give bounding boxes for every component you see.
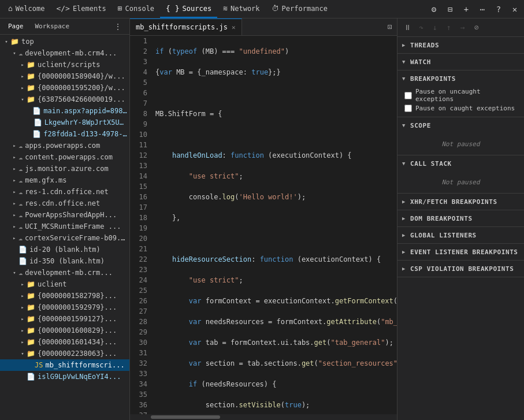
tree-item-id20[interactable]: ▸ 📄 id-20 (blank.htm) [0, 244, 129, 255]
tree-item-res1[interactable]: ▸ ☁ res-1.cdn.office.net [0, 186, 129, 198]
breakpoints-header[interactable]: ▼ Breakpoints [397, 70, 524, 87]
scope-header[interactable]: ▼ Scope [397, 117, 524, 133]
tree-label-res1: res-1.cdn.office.net [25, 188, 109, 196]
more-icon[interactable]: ⋯ [475, 2, 489, 16]
tree-item-powerapps[interactable]: ▸ ☁ PowerAppsSharedAppH... [0, 209, 129, 221]
file-icon-id20: 📄 [18, 246, 27, 254]
dom-title: DOM Breakpoints [410, 215, 473, 222]
tree-item-dev2[interactable]: ▾ ☁ development-mb.crm... [0, 267, 129, 278]
tree-arrow-content: ▸ [10, 153, 18, 161]
callstack-header[interactable]: ▼ Call Stack [397, 155, 524, 172]
code-content[interactable]: if (typeof (MB) === "undefined") {var MB… [151, 36, 397, 414]
code-tab-mbshift[interactable]: mb_shiftformscripts.js ✕ [130, 18, 242, 35]
tree-item-00001595[interactable]: ▸ 📁 {00000001595200}/w... [0, 82, 129, 94]
file-icon-islg9: 📄 [27, 373, 35, 381]
threads-header[interactable]: ▶ Threads [397, 37, 524, 53]
new-tab-icon[interactable]: + [459, 2, 473, 16]
network-icon: ≋ [223, 4, 228, 13]
threads-arrow: ▶ [402, 42, 410, 48]
sidebar-tab-workspace[interactable]: Workspace [32, 21, 73, 31]
step-over-button[interactable]: ↷ [415, 21, 428, 34]
tree-item-apps[interactable]: ▸ ☁ apps.powerapps.com [0, 140, 129, 151]
tree-item-00001582[interactable]: ▸ 📁 {00000001582798}... [0, 290, 129, 302]
tree-item-jsmonitor[interactable]: ▸ ☁ js.monitor.azure.com [0, 163, 129, 174]
tree-label-dev2: development-mb.crm... [25, 269, 113, 277]
tree-item-00001599[interactable]: ▸ 📁 {00000001599127}... [0, 313, 129, 325]
sidebar-more-icon[interactable]: ⋮ [111, 20, 125, 34]
tree-item-00002238[interactable]: ▾ 📁 {00000002238063}... [0, 348, 129, 359]
close-icon[interactable]: ✕ [508, 2, 522, 16]
event-header[interactable]: ▶ Event Listener Breakpoints [397, 244, 524, 260]
tree-label-uclient: uclient/scripts [38, 61, 100, 69]
code-editor[interactable]: 1 2 3 4 5 6 7 8 9 10 11 12 13 14 15 16 1… [130, 36, 397, 414]
tree-item-f28f[interactable]: ▸ 📄 f28fdda1-d133-4978-... [0, 128, 129, 140]
xhr-header[interactable]: ▶ XHR/fetch Breakpoints [397, 194, 524, 210]
pause-button[interactable]: ⏸ [401, 21, 414, 34]
tree-label-00001582: {00000001582798}... [38, 292, 117, 300]
pause-uncaught-checkbox[interactable] [404, 92, 412, 99]
horizontal-scrollbar[interactable] [130, 414, 397, 420]
code-tab-label: mb_shiftformscripts.js [136, 23, 228, 31]
tree-item-00001601[interactable]: ▸ 📁 {00000001601434}... [0, 336, 129, 348]
tree-label-rescdn: res.cdn.office.net [25, 199, 100, 207]
tree-item-uclient2[interactable]: ▸ 📁 uclient [0, 278, 129, 290]
step-into-button[interactable]: ↓ [429, 21, 441, 34]
right-panel-scroll[interactable]: ▶ Threads ▼ Watch ▼ Breakpoints [397, 37, 524, 420]
help-icon[interactable]: ? [492, 2, 506, 16]
tree-item-uclient[interactable]: ▸ 📁 uclient/scripts [0, 59, 129, 70]
global-header[interactable]: ▶ Global Listeners [397, 227, 524, 243]
tree-item-00001600[interactable]: ▸ 📁 {00000001600829}... [0, 325, 129, 336]
tree-item-cortex[interactable]: ▸ ☁ cortexServiceFrame-b09... [0, 232, 129, 244]
code-tab-bar: mb_shiftformscripts.js ✕ ⊡ [130, 18, 397, 36]
step-out-button[interactable]: ↑ [443, 21, 455, 34]
code-tab-close[interactable]: ✕ [232, 24, 236, 31]
tree-item-dev1[interactable]: ▾ ☁ development-mb.crm4... [0, 47, 129, 59]
tree-item-top[interactable]: ▾ 📁 top [0, 36, 129, 47]
sidebar-tab-page[interactable]: Page [5, 21, 27, 31]
step-button[interactable]: → [456, 21, 469, 34]
tab-welcome[interactable]: ⌂ Welcome [2, 0, 50, 18]
tab-console[interactable]: ⊞ Console [112, 0, 160, 18]
tree-item-rescdn[interactable]: ▸ ☁ res.cdn.office.net [0, 198, 129, 209]
code-line-16: var section = tab.sections.get("section_… [155, 358, 397, 369]
watch-header[interactable]: ▼ Watch [397, 54, 524, 70]
deactivate-breakpoints-button[interactable]: ⊘ [470, 21, 483, 34]
code-panel: mb_shiftformscripts.js ✕ ⊡ 1 2 3 4 5 6 7… [130, 18, 397, 420]
tree-item-mbshift[interactable]: ▸ JS mb_shiftformscri... [0, 359, 129, 371]
dock-icon[interactable]: ⊟ [443, 2, 457, 16]
settings-icon[interactable]: ⚙ [427, 2, 441, 16]
global-section: ▶ Global Listeners [397, 227, 524, 244]
tab-performance[interactable]: ⏱ Performance [266, 0, 333, 18]
tree-label-dev1: development-mb.crm4... [25, 49, 117, 57]
csp-header[interactable]: ▶ CSP Violation Breakpoints [397, 261, 524, 277]
tree-item-mainaspx[interactable]: ▸ 📄 main.aspx?appid=898... [0, 105, 129, 117]
expand-editor-icon[interactable]: ⊡ [383, 20, 397, 34]
tree-item-id350[interactable]: ▸ 📄 id-350 (blank.htm) [0, 255, 129, 267]
tree-arrow-uclient: ▸ [18, 61, 27, 69]
tree-item-63875[interactable]: ▾ 📁 {63875604266000019... [0, 94, 129, 105]
cloud-icon-powerapps: ☁ [18, 211, 23, 219]
tree-item-lkge[interactable]: ▸ 📄 LkgewhrY-8WpJrtX5U... [0, 117, 129, 128]
tree-label-00001589: {00000001589040}/w... [38, 72, 125, 80]
tab-network[interactable]: ≋ Network [217, 0, 265, 18]
scope-arrow: ▼ [402, 122, 410, 128]
tree-item-00001589[interactable]: ▸ 📁 {00000001589040}/w... [0, 70, 129, 82]
dom-header[interactable]: ▶ DOM Breakpoints [397, 210, 524, 226]
pause-caught-checkbox[interactable] [404, 105, 412, 112]
threads-title: Threads [410, 42, 439, 49]
tab-elements[interactable]: </> Elements [50, 0, 112, 18]
h-scrollbar-thumb [151, 415, 220, 419]
debug-toolbar: ⏸ ↷ ↓ ↑ → ⊘ [397, 18, 524, 37]
tree-item-islg9[interactable]: ▸ 📄 islG9LpVwLNqEoYI4... [0, 371, 129, 382]
tab-sources[interactable]: { } Sources [160, 0, 217, 18]
tree-item-00001592[interactable]: ▸ 📁 {00000001592979}... [0, 302, 129, 313]
folder-icon-00001600: 📁 [27, 326, 35, 334]
pause-caught-row: Pause on caught exceptions [402, 102, 519, 114]
tree-arrow-powerapps: ▸ [10, 211, 18, 219]
watch-title: Watch [410, 58, 431, 66]
tree-item-uci[interactable]: ▸ ☁ UCI_MCSRuntimeFrame ... [0, 221, 129, 232]
tab-welcome-label: Welcome [16, 5, 45, 13]
tree-item-content[interactable]: ▸ ☁ content.powerapps.com [0, 151, 129, 163]
tree-item-memgfx[interactable]: ▸ ☁ mem.gfx.ms [0, 174, 129, 186]
callstack-arrow: ▼ [402, 161, 410, 166]
